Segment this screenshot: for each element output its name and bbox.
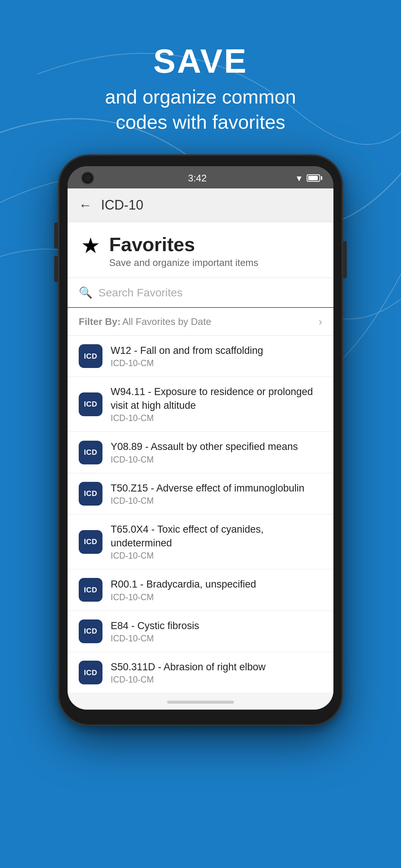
- icd-badge: ICD: [79, 530, 102, 554]
- list-item-text: W94.11 - Exposure to residence or prolon…: [111, 385, 322, 423]
- list-item[interactable]: ICD W12 - Fall on and from scaffolding I…: [68, 336, 333, 377]
- list-item[interactable]: ICD R00.1 - Bradycardia, unspecified ICD…: [68, 569, 333, 611]
- status-time: 3:42: [188, 172, 207, 184]
- list-item-text: R00.1 - Bradycardia, unspecified ICD-10-…: [111, 578, 322, 602]
- phone-screen: ← ICD-10 ★ Favorites Save and organize i…: [68, 188, 333, 710]
- power-button: [343, 241, 347, 278]
- search-icon: 🔍: [79, 286, 92, 299]
- search-input[interactable]: Search Favorites: [98, 286, 183, 299]
- list-item-sub: ICD-10-CM: [111, 413, 322, 423]
- list-item-text: T65.0X4 - Toxic effect of cyanides, unde…: [111, 523, 322, 561]
- icd-badge: ICD: [79, 578, 102, 602]
- list-item-title: T65.0X4 - Toxic effect of cyanides, unde…: [111, 523, 322, 550]
- list-item-text: T50.Z15 - Adverse effect of immunoglobul…: [111, 481, 322, 506]
- status-icons: ▾: [297, 172, 320, 184]
- list-item-text: E84 - Cystic fibrosis ICD-10-CM: [111, 619, 322, 644]
- list-item-text: Y08.89 - Assault by other specified mean…: [111, 440, 322, 464]
- favorites-title-block: Favorites Save and organize important it…: [109, 233, 258, 269]
- icd-badge: ICD: [79, 661, 102, 684]
- phone-outer: 3:42 ▾ ← ICD-10 ★ Favorites Save and org…: [59, 156, 342, 724]
- status-bar: 3:42 ▾: [68, 166, 333, 188]
- home-indicator: [68, 693, 333, 710]
- list-item-title: S50.311D - Abrasion of right elbow: [111, 660, 322, 674]
- camera-notch: [81, 171, 94, 185]
- list-item-text: S50.311D - Abrasion of right elbow ICD-1…: [111, 660, 322, 685]
- header-subtitle: and organize common codes with favorites: [0, 85, 401, 135]
- favorites-title: Favorites: [109, 233, 258, 256]
- list-item-title: Y08.89 - Assault by other specified mean…: [111, 440, 322, 453]
- list-item-title: E84 - Cystic fibrosis: [111, 619, 322, 632]
- battery-icon: [307, 174, 320, 182]
- list-item-sub: ICD-10-CM: [111, 455, 322, 465]
- list-item[interactable]: ICD Y08.89 - Assault by other specified …: [68, 432, 333, 473]
- list-item-title: T50.Z15 - Adverse effect of immunoglobul…: [111, 481, 322, 495]
- list-item-sub: ICD-10-CM: [111, 634, 322, 644]
- favorites-list: ICD W12 - Fall on and from scaffolding I…: [68, 336, 333, 693]
- phone-mockup: 3:42 ▾ ← ICD-10 ★ Favorites Save and org…: [59, 156, 342, 724]
- promo-header: SAVE and organize common codes with favo…: [0, 0, 401, 135]
- list-item[interactable]: ICD S50.311D - Abrasion of right elbow I…: [68, 652, 333, 693]
- list-item-text: W12 - Fall on and from scaffolding ICD-1…: [111, 344, 322, 368]
- wifi-icon: ▾: [297, 172, 301, 184]
- star-icon: ★: [81, 235, 100, 256]
- header-save-label: SAVE: [0, 45, 401, 78]
- toolbar-title: ICD-10: [101, 197, 143, 213]
- icd-badge: ICD: [79, 619, 102, 643]
- icd-badge: ICD: [79, 441, 102, 464]
- list-item-sub: ICD-10-CM: [111, 358, 322, 368]
- volume-down-button: [54, 256, 58, 282]
- list-item-sub: ICD-10-CM: [111, 496, 322, 506]
- list-item[interactable]: ICD T65.0X4 - Toxic effect of cyanides, …: [68, 514, 333, 569]
- volume-up-button: [54, 223, 58, 249]
- list-item-sub: ICD-10-CM: [111, 551, 322, 561]
- icd-badge: ICD: [79, 482, 102, 506]
- back-button[interactable]: ←: [79, 197, 92, 213]
- home-bar: [167, 701, 234, 704]
- favorites-subtitle: Save and organize important items: [109, 257, 258, 269]
- list-item-title: W94.11 - Exposure to residence or prolon…: [111, 385, 322, 412]
- filter-row[interactable]: Filter By: All Favorites by Date ›: [68, 308, 333, 336]
- list-item[interactable]: ICD W94.11 - Exposure to residence or pr…: [68, 377, 333, 432]
- search-bar[interactable]: 🔍 Search Favorites: [68, 278, 333, 308]
- icd-badge: ICD: [79, 344, 102, 368]
- icd-badge: ICD: [79, 392, 102, 416]
- list-item-sub: ICD-10-CM: [111, 675, 322, 685]
- list-item-title: R00.1 - Bradycardia, unspecified: [111, 578, 322, 591]
- app-toolbar: ← ICD-10: [68, 188, 333, 222]
- filter-chevron-icon: ›: [319, 315, 322, 328]
- favorites-header: ★ Favorites Save and organize important …: [68, 222, 333, 278]
- list-item-title: W12 - Fall on and from scaffolding: [111, 344, 322, 357]
- list-item-sub: ICD-10-CM: [111, 592, 322, 602]
- list-item[interactable]: ICD T50.Z15 - Adverse effect of immunogl…: [68, 473, 333, 514]
- list-item[interactable]: ICD E84 - Cystic fibrosis ICD-10-CM: [68, 611, 333, 652]
- filter-label: Filter By: All Favorites by Date: [79, 316, 211, 328]
